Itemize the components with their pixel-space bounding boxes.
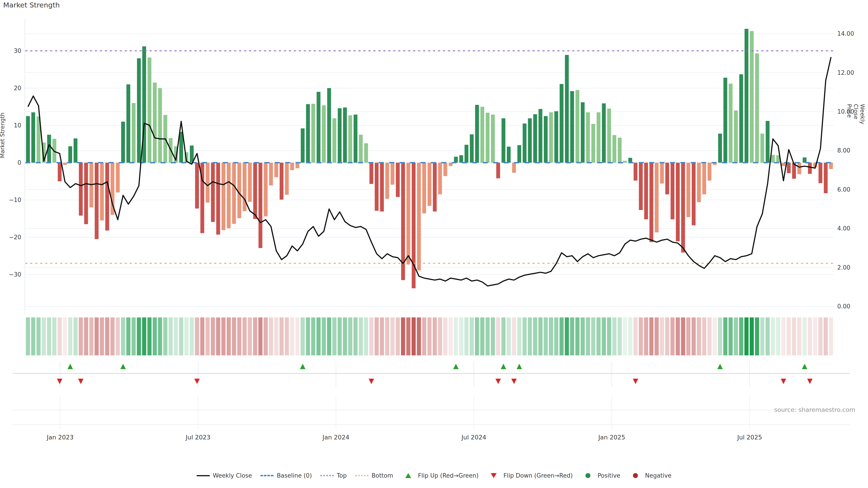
- strength-bar: [644, 163, 648, 219]
- heatmap-cell: [396, 318, 400, 355]
- right-tick-label: 6.00: [837, 186, 850, 193]
- heatmap-cell: [338, 318, 342, 355]
- heatmap-cell: [671, 318, 675, 355]
- heatmap-cell: [126, 318, 130, 355]
- chart-legend: Weekly Close Baseline (0) Top Bottom Fli…: [0, 472, 868, 479]
- strength-bar: [221, 163, 225, 230]
- heatmap-cell: [221, 318, 225, 355]
- heatmap-cell: [750, 318, 754, 355]
- flip-down-marker: [78, 379, 84, 384]
- strength-bar: [385, 163, 389, 199]
- strength-bar: [380, 163, 384, 212]
- heatmap-cell: [296, 318, 300, 355]
- strength-bar: [195, 163, 199, 208]
- strength-bar: [723, 78, 727, 163]
- heatmap-cell: [100, 318, 104, 355]
- strength-bar: [745, 29, 748, 163]
- right-tick-label: 12.00: [837, 69, 854, 76]
- heatmap-cell: [818, 318, 822, 355]
- heatmap-cell: [285, 318, 289, 355]
- heatmap-cell: [211, 318, 215, 355]
- legend-label: Top: [337, 472, 347, 479]
- heatmap-cell: [73, 318, 78, 355]
- strength-bar: [818, 163, 822, 183]
- legend-item-positive: Positive: [581, 472, 620, 479]
- heatmap-cell: [142, 318, 146, 355]
- heatmap-cell: [570, 318, 574, 355]
- flip-down-marker: [781, 379, 786, 384]
- heatmap-cell: [496, 318, 500, 355]
- strength-bar: [227, 163, 230, 228]
- heatmap-cell: [42, 318, 46, 355]
- heatmap-cell: [190, 318, 194, 355]
- strength-bar: [327, 88, 331, 163]
- right-tick-label: 2.00: [837, 264, 850, 271]
- heatmap-cell: [523, 318, 527, 355]
- heatmap-cell: [359, 318, 363, 355]
- heatmap-cell: [744, 318, 748, 355]
- heatmap-cell: [618, 318, 622, 355]
- strength-bar: [264, 163, 268, 217]
- strength-bar: [602, 103, 606, 163]
- legend-label: Flip Up (Red→Green): [418, 472, 478, 479]
- heatmap-cell: [84, 318, 88, 355]
- strength-bar: [84, 163, 88, 224]
- strength-bar: [333, 119, 336, 163]
- heatmap-cell: [708, 318, 712, 355]
- strength-bar: [216, 163, 220, 234]
- strength-bar: [628, 158, 632, 163]
- strength-bar: [718, 133, 722, 163]
- strength-bar: [676, 163, 680, 241]
- heatmap-cell: [660, 318, 664, 355]
- heatmap-cell: [776, 318, 780, 355]
- legend-label: Bottom: [372, 472, 393, 479]
- strength-bar: [480, 107, 484, 163]
- strength-bar: [116, 163, 120, 193]
- left-tick-label: −30: [9, 271, 21, 278]
- flip-up-marker: [802, 364, 807, 369]
- heatmap-cell: [253, 318, 257, 355]
- heatmap-cell: [575, 318, 579, 355]
- heatmap-cell: [480, 318, 485, 355]
- strength-bar: [518, 145, 521, 163]
- strength-bar: [613, 135, 616, 163]
- heatmap-cell: [596, 318, 600, 355]
- heatmap-cell: [227, 318, 231, 355]
- negative-dot-icon: [629, 473, 642, 478]
- heatmap-cell: [68, 318, 72, 355]
- heatmap-cell: [824, 318, 828, 355]
- left-tick-label: 30: [14, 47, 21, 54]
- strength-bar: [465, 145, 468, 163]
- heatmap-cell: [184, 318, 188, 355]
- heatmap-cell: [332, 318, 336, 355]
- strength-bar: [258, 163, 262, 248]
- flip-down-marker: [807, 379, 813, 384]
- heatmap-cell: [802, 318, 807, 355]
- x-tick-label: Jul 2023: [185, 434, 211, 441]
- x-tick-label: Jul 2025: [737, 434, 762, 441]
- flip-down-marker: [194, 379, 200, 384]
- strength-bar: [528, 119, 532, 163]
- heatmap-cell: [559, 318, 563, 355]
- heatmap-cell: [279, 318, 283, 355]
- strength-bar: [755, 54, 759, 163]
- heatmap-cell: [612, 318, 616, 355]
- strength-bar: [623, 161, 627, 163]
- strength-bar: [708, 163, 711, 181]
- strength-bar: [554, 111, 558, 163]
- legend-item-bottom: Bottom: [355, 472, 393, 479]
- legend-item-negative: Negative: [629, 472, 672, 479]
- left-tick-label: −10: [9, 197, 21, 203]
- strength-bar: [533, 114, 537, 163]
- strength-bar: [512, 163, 516, 173]
- heatmap-cell: [195, 318, 199, 355]
- strength-bar: [338, 108, 342, 163]
- heatmap-cell: [121, 318, 125, 355]
- heatmap-cell: [459, 318, 463, 355]
- flip-down-marker: [369, 379, 374, 384]
- strength-bar: [549, 112, 553, 163]
- strength-bar: [105, 163, 109, 230]
- strength-bar: [808, 163, 812, 174]
- strength-bar: [153, 83, 157, 163]
- strength-bar: [681, 163, 685, 253]
